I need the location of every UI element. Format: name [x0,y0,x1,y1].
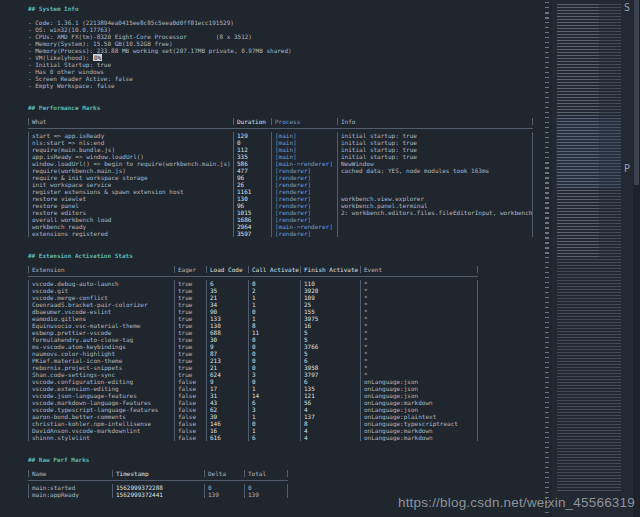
table-row: workbench ready2964[main->renderer] [28,223,533,230]
table-cell: DavidAnson.vscode-markdownlint [28,427,174,434]
table-cell: Duration [233,118,271,125]
table-cell: main:started [28,484,112,491]
table-row: Shan.code-settings-synctrue62433797* [28,371,478,378]
table-row: overall workbench load1686[renderer] [28,216,533,223]
table-row: start => app.isReady129[main]initial sta… [28,132,533,139]
table-cell: onLanguage:markdown [360,399,478,406]
table-cell: true [174,301,206,308]
scrollbar-thumb[interactable] [634,0,639,185]
table-cell: 90 [206,308,248,315]
table-cell: * [360,329,478,336]
table-cell: 0 [248,308,300,315]
table-row: naumovs.color-highlighttrue8705* [28,350,478,357]
table-cell: 2 [248,287,300,294]
table-row: register extensions & spawn extension ho… [28,188,533,195]
table-cell: 25 [300,301,360,308]
table-cell: Finish Activate [300,266,360,273]
table-cell: 121 [300,392,360,399]
table-cell: [main] [271,139,337,146]
table-cell: 146 [206,420,248,427]
table-cell: [renderer] [271,209,337,216]
table-row: esbenp.prettier-vscodetrue688115* [28,329,478,336]
table-cell: NewWindow [337,160,533,167]
table-row: require(main.bundle.js)112[main]initial … [28,146,533,153]
table-cell: 62 [206,406,248,413]
scrollbar[interactable] [633,0,640,517]
table-row: vscode.extension-editingfalse171135onLan… [28,385,478,392]
table-cell [337,223,533,230]
minimap-marker-p: P [624,164,630,174]
table-row: restore editors1015[renderer]2: workbenc… [28,209,533,216]
table-cell: 1686 [233,216,271,223]
table-cell: 477 [233,167,271,174]
table-cell: onLanguage:json [360,406,478,413]
editor-pane[interactable]: ## System Info - Code: 1.36.1 (2213894ea… [0,0,640,517]
table-cell: 5 [300,329,360,336]
minimap[interactable]: S P [552,0,633,517]
table-cell: [renderer] [271,216,337,223]
table-cell [337,216,533,223]
table-cell: 43 [206,399,248,406]
table-row: require & init workspace storage96[rende… [28,174,533,181]
table-cell: Call Activate [248,266,300,273]
extensions-table: ExtensionEagerLoad CodeCall ActivateFini… [28,266,478,441]
overview-ruler [542,0,552,517]
table-cell: true [174,364,206,371]
table-cell: [renderer] [271,167,337,174]
system-info-item: - OS: win32(10.0.17763) [28,26,542,33]
table-cell: 155 [300,308,360,315]
table-cell: [renderer] [271,181,337,188]
table-cell: onLanguage:json [360,392,478,399]
table-cell: 21 [206,364,248,371]
table-row: extensions registered3597[renderer] [28,230,533,237]
table-cell: true [174,329,206,336]
performance-table: WhatDurationProcessInfostart => app.isRe… [28,118,533,237]
table-cell: Equinusocio.vsc-material-theme [28,322,174,329]
table-cell: restore editors [28,209,233,216]
table-cell: 110 [300,280,360,287]
table-row: vscode.typescript-language-featuresfalse… [28,406,478,413]
system-info-item: - Code: 1.36.1 (2213894ea0415ee8c85c5eea… [28,19,542,26]
table-cell: 39 [206,413,248,420]
table-row: vscode.gittrue3523920* [28,287,478,294]
table-cell: true [174,322,206,329]
table-cell: 9 [206,378,248,385]
section-heading-extensions: ## Extension Activation Stats [28,252,542,259]
table-cell: 130 [206,322,248,329]
table-cell: 3766 [300,343,360,350]
table-cell: aaron-bond.better-comments [28,413,174,420]
table-cell: 1015 [233,209,271,216]
system-info-item: - Empty Workspace: false [28,82,542,89]
minimap-marker-s: S [624,3,630,13]
table-cell: 139 [244,491,288,498]
table-cell: 0 [248,420,300,427]
table-cell: * [360,343,478,350]
table-cell: true [174,371,206,378]
table-cell: 9 [206,343,248,350]
table-cell: 0 [248,280,300,287]
table-cell: 133 [206,315,248,322]
table-cell: [renderer] [271,195,337,202]
table-cell: initial startup: true [337,139,533,146]
table-cell: app.isReady => window.loadUrl() [28,153,233,160]
table-cell: 11 [248,329,300,336]
table-cell: 31 [206,392,248,399]
table-cell: 3797 [300,371,360,378]
table-cell: [main] [271,146,337,153]
editor-content[interactable]: ## System Info - Code: 1.36.1 (2213894ea… [28,5,542,498]
table-cell: main:appReady [28,491,112,498]
table-row: formulahendry.auto-close-tagtrue3005* [28,336,478,343]
table-cell: window.loadUrl() => begin to require(wor… [28,160,233,167]
table-cell: * [360,280,478,287]
table-cell: 35 [206,287,248,294]
table-cell: 129 [233,132,271,139]
table-cell: 34 [206,301,248,308]
watermark: https://blog.csdn.net/weixin_45566319 [398,499,635,506]
table-cell: initial startup: true [337,153,533,160]
table-cell: true [174,280,206,287]
table-cell: Eager [174,266,206,273]
table-cell: vscode.json-language-features [28,392,174,399]
table-cell: 30 [206,336,248,343]
table-cell: restore panel [28,202,233,209]
table-row: shinnn.stylelintfalse61664onLanguage:mar… [28,434,478,441]
